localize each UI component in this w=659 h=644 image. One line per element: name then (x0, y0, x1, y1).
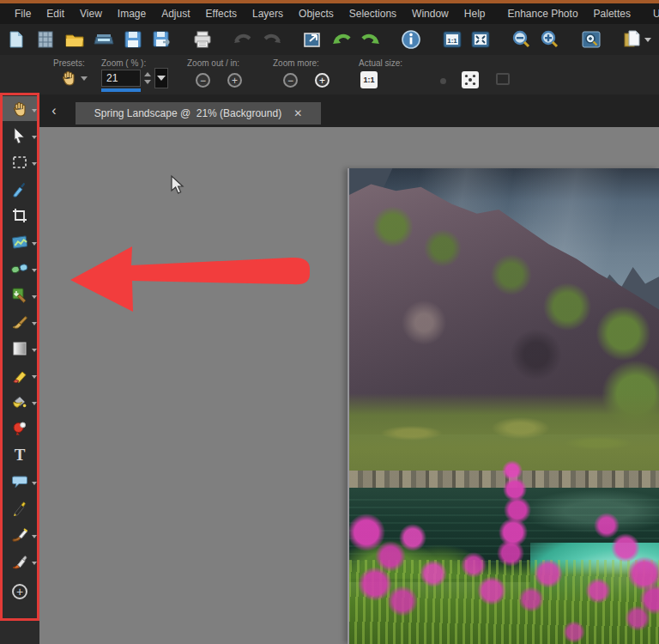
menu-window[interactable]: Window (404, 5, 456, 22)
tab-close-icon[interactable]: ✕ (293, 107, 302, 119)
flood-fill-bucket-icon (11, 394, 28, 410)
tool-selection[interactable] (0, 149, 39, 174)
menu-adjust[interactable]: Adjust (154, 5, 197, 22)
save-button[interactable] (121, 27, 144, 52)
menu-file[interactable]: File (7, 5, 39, 22)
resize-button[interactable] (301, 27, 324, 52)
straighten-photo-icon (11, 234, 28, 250)
glasses-icon (10, 262, 29, 276)
redo-disabled-button (261, 27, 284, 52)
menu-user-in[interactable]: User In (645, 5, 659, 22)
zoom-in-toolbar-button[interactable] (539, 27, 562, 52)
resize-icon (302, 30, 323, 49)
tool-paint-brush[interactable] (0, 309, 39, 334)
document-tab[interactable]: Spring Landscape @ 21% (Background) ✕ (76, 102, 321, 125)
copy-special-button[interactable] (620, 27, 653, 52)
flyout-arrow-icon[interactable] (32, 482, 37, 485)
flyout-arrow-icon[interactable] (32, 375, 37, 379)
tool-preset-shape[interactable] (0, 469, 39, 494)
open-image-spring-landscape[interactable] (348, 168, 659, 644)
menu-enhance-photo[interactable]: Enhance Photo (499, 5, 585, 22)
menu-image[interactable]: Image (110, 5, 154, 22)
flyout-arrow-icon[interactable] (32, 136, 37, 139)
menu-palettes[interactable]: Palettes (586, 5, 638, 22)
tool-flood-fill[interactable] (0, 389, 39, 414)
zoom-more-out-button[interactable]: − (283, 73, 298, 88)
dropper-icon (11, 180, 28, 197)
presets-dropdown-arrow[interactable] (81, 76, 88, 81)
import-scan-button[interactable] (93, 27, 116, 52)
redo-button[interactable] (360, 27, 383, 52)
tab-scroll-left-button[interactable]: ‹ (46, 101, 62, 120)
browse-button[interactable] (34, 27, 57, 52)
zoom-out-step-button[interactable]: − (196, 73, 210, 88)
image-info-button[interactable] (400, 27, 423, 52)
tool-pen[interactable] (0, 495, 39, 520)
tool-warp-brush[interactable] (0, 522, 39, 547)
flyout-arrow-icon[interactable] (32, 269, 37, 272)
tool-red-eye-glasses[interactable] (0, 256, 39, 281)
pen-icon (12, 501, 27, 516)
zoom-percent-input[interactable]: 21 (101, 70, 141, 87)
flyout-arrow-icon[interactable] (32, 295, 37, 299)
actual-size-button[interactable]: 1:1 (360, 71, 378, 88)
copy-pages-icon (622, 29, 643, 50)
zoom-level-bar (101, 88, 141, 92)
tool-straighten[interactable] (0, 229, 39, 254)
menu-effects[interactable]: Effects (198, 5, 245, 22)
tool-clone[interactable] (0, 283, 39, 307)
menu-selections[interactable]: Selections (342, 5, 404, 22)
tool-red-eye[interactable] (0, 416, 39, 440)
actual-size-toolbar-button[interactable]: 1:1 (440, 27, 463, 52)
flyout-arrow-icon[interactable] (32, 402, 37, 405)
tool-dropper[interactable] (0, 176, 39, 201)
zoom-spinner[interactable] (142, 70, 153, 87)
flyout-arrow-icon[interactable] (32, 242, 37, 246)
crop-icon (11, 207, 28, 224)
tool-oil-brush[interactable] (0, 549, 39, 574)
menu-edit[interactable]: Edit (39, 5, 72, 22)
redo-gray-icon (262, 31, 282, 48)
tool-gradient[interactable] (0, 336, 39, 361)
flyout-arrow-icon[interactable] (32, 562, 37, 565)
menu-layers[interactable]: Layers (245, 5, 291, 22)
tool-crop[interactable] (0, 203, 39, 228)
paintshop-pro-window: File Edit View Image Adjust Effects Laye… (0, 0, 659, 644)
tool-pan[interactable] (0, 96, 39, 121)
flyout-arrow-icon[interactable] (32, 535, 37, 538)
presets-label: Presets: (53, 58, 85, 68)
tool-text[interactable]: T (0, 442, 39, 467)
fit-window-toolbar-button[interactable] (469, 27, 493, 52)
flyout-arrow-icon[interactable] (32, 349, 37, 352)
menu-objects[interactable]: Objects (291, 5, 342, 22)
annotation-arrow-left (60, 237, 317, 319)
gradient-swatch-icon (12, 341, 27, 356)
zoom-more-in-button[interactable]: + (315, 73, 330, 88)
zoom-in-step-button[interactable]: + (227, 73, 242, 88)
zoom-out-toolbar-button[interactable] (510, 27, 533, 52)
copy-dropdown-arrow[interactable] (644, 38, 651, 42)
tool-pick[interactable] (0, 123, 39, 148)
tool-options-bar: Presets: Zoom ( % ): 21 Zoom out / in: −… (0, 55, 659, 94)
tool-add[interactable]: + (0, 579, 39, 604)
standard-toolbar: 1:1 (0, 24, 659, 55)
spin-down-icon[interactable] (144, 80, 151, 84)
fit-image-button[interactable] (462, 71, 479, 88)
expand-disabled-icon (496, 73, 510, 85)
presets-dropdown[interactable] (60, 70, 88, 87)
open-button[interactable] (63, 27, 87, 52)
flyout-arrow-icon[interactable] (32, 109, 37, 112)
menu-view[interactable]: View (72, 5, 110, 22)
speech-bubble-icon (11, 474, 28, 489)
undo-button[interactable] (330, 27, 354, 52)
zoom-tool-button[interactable] (579, 27, 602, 52)
tool-eraser[interactable] (0, 362, 39, 387)
zoom-slider-dropdown[interactable] (154, 68, 168, 88)
new-image-button[interactable] (5, 27, 28, 52)
print-button[interactable] (190, 27, 214, 52)
save-as-button[interactable] (150, 27, 173, 52)
flyout-arrow-icon[interactable] (32, 162, 37, 166)
flyout-arrow-icon[interactable] (32, 322, 37, 325)
menu-help[interactable]: Help (456, 5, 493, 22)
spin-up-icon[interactable] (144, 72, 151, 76)
